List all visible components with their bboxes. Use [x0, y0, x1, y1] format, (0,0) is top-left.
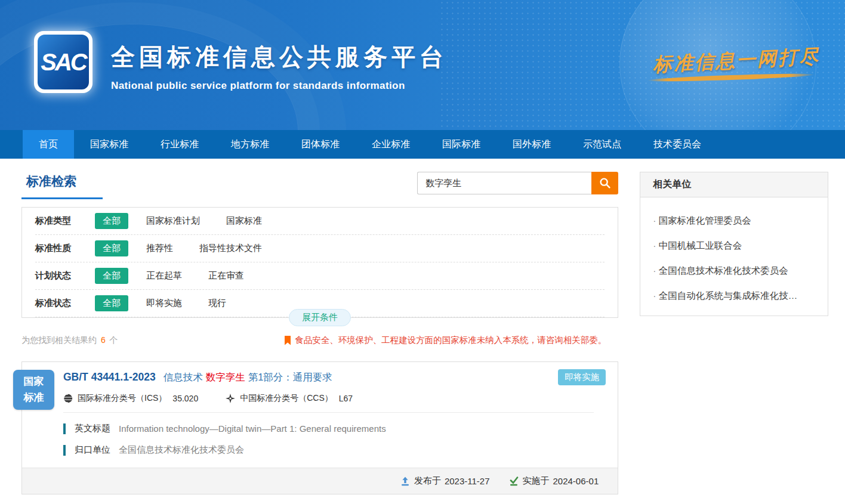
publish-date-item: 发布于 2023-11-27: [400, 475, 490, 487]
filter-all-button[interactable]: 全部: [95, 268, 128, 284]
nav-item-international-standards[interactable]: 国际标准: [426, 130, 496, 159]
site-subtitle: National public service platform for sta…: [111, 80, 448, 92]
related-units-title: 相关单位: [640, 172, 828, 197]
classification-row: 国际标准分类号（ICS） 35.020 中国标准分类号（CCS） L67: [63, 393, 606, 404]
result-card: 国家 标准 GB/T 43441.1-2023 信息技术数字孪生第1部分：通用要…: [21, 361, 618, 494]
filter-row-plan-status: 计划状态 全部 正在起草 正在审查: [35, 262, 605, 290]
page-title: 标准检索: [21, 172, 103, 199]
title-highlight: 数字孪生: [206, 372, 245, 382]
english-title-label: 英文标题: [75, 423, 110, 434]
english-title-value: Information technology—Digital twin—Part…: [119, 423, 386, 434]
filter-panel: 标准类型 全部 国家标准计划 国家标准 标准性质 全部 推荐性 指导性技术文件 …: [21, 207, 618, 318]
publish-date: 2023-11-27: [445, 476, 490, 486]
committee-label: 归口单位: [75, 444, 110, 456]
filter-option[interactable]: 现行: [208, 298, 226, 309]
search-icon: [599, 177, 612, 190]
card-footer: 发布于 2023-11-27 实施于 2024-06-01: [22, 468, 618, 494]
main-column: 标准检索 标准类型 全部 国家标准计划 国家标准: [21, 172, 618, 494]
related-units-panel: 相关单位 国家标准化管理委员会 中国机械工业联合会 全国信息技术标准化技术委员会…: [640, 172, 828, 316]
nav-item-industry-standards[interactable]: 行业标准: [144, 130, 215, 159]
related-units-list: 国家标准化管理委员会 中国机械工业联合会 全国信息技术标准化技术委员会 全国自动…: [640, 197, 828, 316]
result-count: 为您找到相关结果约 6 个: [21, 335, 118, 346]
check-icon: [509, 477, 523, 486]
title-post: 第1部分：通用要求: [248, 372, 332, 382]
implement-date-item: 实施于 2024-06-01: [509, 475, 599, 487]
status-badge: 即将实施: [558, 369, 606, 385]
nav-item-foreign-standards[interactable]: 国外标准: [496, 130, 567, 159]
filter-option[interactable]: 指导性技术文件: [199, 243, 262, 254]
nav-item-national-standards[interactable]: 国家标准: [74, 130, 144, 159]
standard-title[interactable]: 信息技术数字孪生第1部分：通用要求: [164, 371, 332, 384]
result-count-prefix: 为您找到相关结果约: [21, 335, 97, 345]
card-head: GB/T 43441.1-2023 信息技术数字孪生第1部分：通用要求 即将实施: [22, 362, 618, 413]
related-unit-link[interactable]: 国家标准化管理委员会: [653, 215, 815, 227]
nav-item-home[interactable]: 首页: [23, 130, 74, 159]
search-button[interactable]: [591, 172, 618, 194]
main-nav: 首页 国家标准 行业标准 地方标准 团体标准 企业标准 国际标准 国外标准 示范…: [0, 130, 845, 159]
english-title-row: 英文标题 Information technology—Digital twin…: [22, 423, 618, 434]
row-accent-bar: [63, 445, 66, 456]
ccs-label: 中国标准分类号（CCS）: [240, 393, 333, 404]
site-header: SAC 全国标准信息公共服务平台 National public service…: [0, 0, 845, 130]
nav-item-enterprise-standards[interactable]: 企业标准: [356, 130, 426, 159]
implement-label: 实施于: [523, 475, 550, 487]
related-unit-link[interactable]: 全国自动化系统与集成标准化技…: [653, 290, 815, 302]
filter-row-standard-nature: 标准性质 全部 推荐性 指导性技术文件: [35, 235, 605, 262]
sac-logo-text: SAC: [38, 35, 89, 89]
filter-label: 标准状态: [35, 298, 95, 309]
result-meta-row: 为您找到相关结果约 6 个 食品安全、环境保护、工程建设方面的国家标准未纳入本系…: [21, 335, 618, 346]
ccs-value: L67: [339, 394, 353, 403]
nav-item-pilot[interactable]: 示范试点: [567, 130, 637, 159]
nav-item-group-standards[interactable]: 团体标准: [285, 130, 356, 159]
filter-label: 计划状态: [35, 270, 95, 282]
implement-date: 2024-06-01: [553, 476, 599, 486]
globe-icon: [63, 394, 78, 403]
related-unit-link[interactable]: 中国机械工业联合会: [653, 240, 815, 252]
compass-icon: [226, 394, 240, 403]
standard-code[interactable]: GB/T 43441.1-2023: [63, 371, 156, 384]
ccs-item: 中国标准分类号（CCS） L67: [226, 393, 353, 404]
notice-banner: 食品安全、环境保护、工程建设方面的国家标准未纳入本系统，请咨询相关部委。: [284, 335, 618, 346]
result-count-suffix: 个: [110, 335, 118, 345]
ics-value: 35.020: [172, 394, 198, 403]
filter-all-button[interactable]: 全部: [95, 295, 128, 311]
standard-title-link[interactable]: GB/T 43441.1-2023 信息技术数字孪生第1部分：通用要求: [63, 371, 606, 384]
sac-logo[interactable]: SAC: [34, 31, 92, 93]
search-input[interactable]: [417, 172, 591, 194]
bookmark-icon: [284, 336, 295, 345]
row-accent-bar: [63, 423, 66, 434]
nav-item-local-standards[interactable]: 地方标准: [215, 130, 285, 159]
filter-label: 标准性质: [35, 243, 95, 254]
nav-item-technical-committee[interactable]: 技术委员会: [637, 130, 717, 159]
search-box: [417, 172, 618, 194]
filter-option[interactable]: 推荐性: [146, 243, 173, 254]
filter-option[interactable]: 正在起草: [146, 270, 182, 282]
upload-icon: [400, 477, 414, 486]
filter-option[interactable]: 即将实施: [146, 298, 182, 309]
result-count-number: 6: [101, 335, 106, 345]
title-pre: 信息技术: [164, 372, 203, 382]
related-unit-link[interactable]: 全国信息技术标准化技术委员会: [653, 265, 815, 277]
committee-value: 全国信息技术标准化技术委员会: [119, 444, 244, 456]
notice-text: 食品安全、环境保护、工程建设方面的国家标准未纳入本系统，请咨询相关部委。: [295, 335, 606, 346]
card-divider: [63, 412, 594, 413]
site-title-block: 全国标准信息公共服务平台 National public service pla…: [111, 41, 448, 92]
committee-row: 归口单位 全国信息技术标准化技术委员会: [22, 444, 618, 456]
content-area: 标准检索 标准类型 全部 国家标准计划 国家标准: [0, 159, 845, 494]
publish-label: 发布于: [414, 475, 441, 487]
filter-all-button[interactable]: 全部: [95, 213, 128, 229]
filter-option[interactable]: 正在审查: [208, 270, 244, 282]
filter-label: 标准类型: [35, 215, 95, 227]
expand-conditions-button[interactable]: 展开条件: [289, 309, 351, 326]
filter-row-standard-type: 标准类型 全部 国家标准计划 国家标准: [35, 208, 605, 235]
filter-option[interactable]: 国家标准: [226, 215, 262, 227]
ics-item: 国际标准分类号（ICS） 35.020: [63, 393, 198, 404]
filter-all-button[interactable]: 全部: [95, 240, 128, 256]
site-title: 全国标准信息公共服务平台: [111, 41, 448, 73]
filter-option[interactable]: 国家标准计划: [146, 215, 200, 227]
search-section-header: 标准检索: [21, 172, 618, 199]
ics-label: 国际标准分类号（ICS）: [78, 393, 166, 404]
